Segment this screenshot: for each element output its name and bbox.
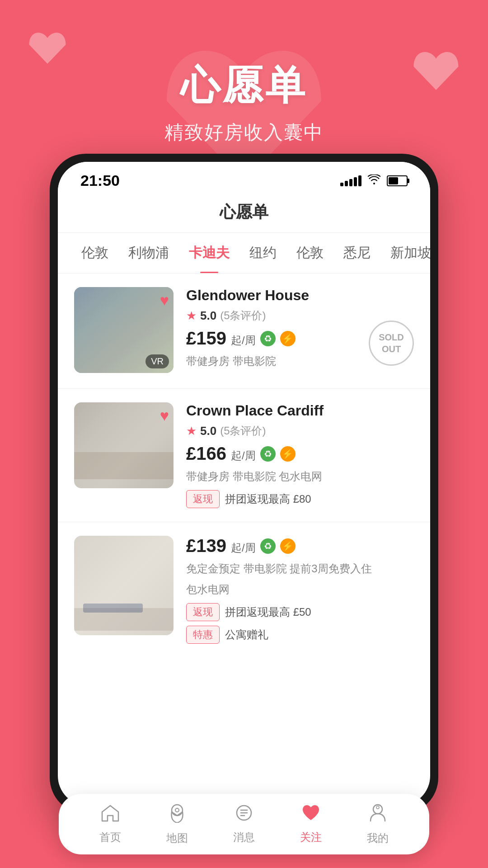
listing-card-2[interactable]: ♥ Crown Place Cardiff ★ 5.0 (5条评价) £166 … xyxy=(58,389,430,522)
listing-info-3: £139 起/周 ♻ ⚡ 免定金预定 带电影院 提前3周免费入住 包水电网 返现… xyxy=(174,536,414,644)
rating-count-1: (5条评价) xyxy=(220,308,266,323)
bottom-nav: 首页 地图 消息 xyxy=(50,794,438,854)
home-icon xyxy=(101,804,120,826)
status-icons xyxy=(340,174,408,188)
eco-badge-2: ♻ xyxy=(260,446,276,462)
listing-img-2: ♥ xyxy=(74,402,174,488)
price-1: £159 xyxy=(186,328,226,349)
battery-icon xyxy=(387,175,408,186)
rating-count-2: (5条评价) xyxy=(220,424,266,438)
flash-badge-2: ⚡ xyxy=(280,446,296,462)
price-row-3: £139 起/周 ♻ ⚡ xyxy=(186,536,414,556)
special-text-3: 公寓赠礼 xyxy=(225,627,268,642)
tab-cardiff[interactable]: 卡迪夫 xyxy=(179,233,239,273)
vr-badge-1: VR xyxy=(145,354,169,368)
nav-item-message[interactable]: 消息 xyxy=(219,804,269,844)
amenities-2: 带健身房 带电影院 包水电网 xyxy=(186,469,414,484)
phone-frame: 21:50 xyxy=(50,154,438,814)
price-unit-1: 起/周 xyxy=(231,333,256,348)
tab-singapore[interactable]: 新加坡 xyxy=(380,233,430,273)
svg-point-7 xyxy=(376,806,379,809)
tags-row-3a: 返现 拼团返现最高 £50 xyxy=(186,603,414,621)
bottom-nav-inner: 首页 地图 消息 xyxy=(59,794,429,854)
nav-item-wishlist[interactable]: 关注 xyxy=(286,804,336,844)
price-2: £166 xyxy=(186,443,226,464)
cashback-tag-3: 返现 xyxy=(186,603,220,621)
wifi-icon xyxy=(368,174,380,188)
cashback-text-2: 拼团返现最高 £80 xyxy=(225,492,311,506)
map-pin-icon xyxy=(169,803,185,827)
flash-badge-3: ⚡ xyxy=(280,538,296,554)
amenities-3: 免定金预定 带电影院 提前3周免费入住 xyxy=(186,561,414,576)
tab-sydney[interactable]: 悉尼 xyxy=(333,233,380,273)
price-row-2: £166 起/周 ♻ ⚡ xyxy=(186,443,414,464)
message-icon xyxy=(235,804,253,826)
listing-info-2: Crown Place Cardiff ★ 5.0 (5条评价) £166 起/… xyxy=(174,402,414,508)
hero-section: 心愿单 精致好房收入囊中 xyxy=(0,0,488,145)
signal-icon xyxy=(340,175,361,186)
eco-badge-3: ♻ xyxy=(260,538,276,554)
rating-score-1: 5.0 xyxy=(200,309,216,323)
flash-badge-1: ⚡ xyxy=(280,331,296,346)
listings-container: ♥ VR Glendower House ★ 5.0 (5条评价) £159 起… xyxy=(58,274,430,653)
listing-rating-2: ★ 5.0 (5条评价) xyxy=(186,424,414,438)
price-3: £139 xyxy=(186,536,226,556)
page-title-bar: 心愿单 xyxy=(58,194,430,233)
cashback-text-3: 拼团返现最高 £50 xyxy=(225,605,311,619)
eco-badge-1: ♻ xyxy=(260,331,276,346)
tab-newyork[interactable]: 纽约 xyxy=(239,233,286,273)
rating-score-2: 5.0 xyxy=(200,424,216,438)
nav-item-home[interactable]: 首页 xyxy=(85,804,135,844)
tab-london1[interactable]: 伦敦 xyxy=(71,233,118,273)
nav-label-message: 消息 xyxy=(233,830,255,844)
tags-row-2: 返现 拼团返现最高 £80 xyxy=(186,490,414,508)
user-icon xyxy=(369,803,387,827)
nav-label-map: 地图 xyxy=(166,831,188,845)
nav-item-map[interactable]: 地图 xyxy=(152,803,202,845)
listing-name-1: Glendower House xyxy=(186,287,414,304)
page-title: 心愿单 xyxy=(220,203,268,221)
status-bar: 21:50 xyxy=(58,162,430,194)
sold-out-badge: SOLD OUT xyxy=(369,321,414,366)
star-icon-2: ★ xyxy=(186,424,197,438)
wishlist-heart-1[interactable]: ♥ xyxy=(160,292,169,309)
nav-item-profile[interactable]: 我的 xyxy=(353,803,403,845)
tabs-bar: 伦敦 利物浦 卡迪夫 纽约 伦敦 悉尼 新加坡 xyxy=(58,233,430,274)
hero-subtitle: 精致好房收入囊中 xyxy=(0,120,488,145)
star-icon-1: ★ xyxy=(186,309,197,323)
svg-point-1 xyxy=(175,808,179,812)
nav-label-home: 首页 xyxy=(99,830,121,844)
cashback-tag-2: 返现 xyxy=(186,490,220,508)
hero-title: 心愿单 xyxy=(0,59,488,113)
nav-label-wishlist: 关注 xyxy=(300,830,322,844)
phone-screen: 21:50 xyxy=(58,162,430,806)
listing-img-1: ♥ VR xyxy=(74,287,174,373)
heart-icon-active xyxy=(301,804,321,826)
listing-name-2: Crown Place Cardiff xyxy=(186,402,414,419)
price-unit-2: 起/周 xyxy=(231,448,256,463)
svg-point-0 xyxy=(172,805,183,816)
listing-card-1[interactable]: ♥ VR Glendower House ★ 5.0 (5条评价) £159 起… xyxy=(58,274,430,389)
tab-liverpool[interactable]: 利物浦 xyxy=(118,233,179,273)
tags-row-3b: 特惠 公寓赠礼 xyxy=(186,626,414,644)
price-unit-3: 起/周 xyxy=(231,541,256,555)
listing-card-3[interactable]: £139 起/周 ♻ ⚡ 免定金预定 带电影院 提前3周免费入住 包水电网 返现… xyxy=(58,522,430,653)
tab-london2[interactable]: 伦敦 xyxy=(286,233,333,273)
wishlist-heart-2[interactable]: ♥ xyxy=(160,407,169,425)
listing-img-3 xyxy=(74,536,174,635)
amenities-3b: 包水电网 xyxy=(186,582,414,597)
special-tag-3: 特惠 xyxy=(186,626,220,644)
nav-label-profile: 我的 xyxy=(367,831,389,845)
status-time: 21:50 xyxy=(80,172,120,189)
listing-rating-1: ★ 5.0 (5条评价) xyxy=(186,308,414,323)
